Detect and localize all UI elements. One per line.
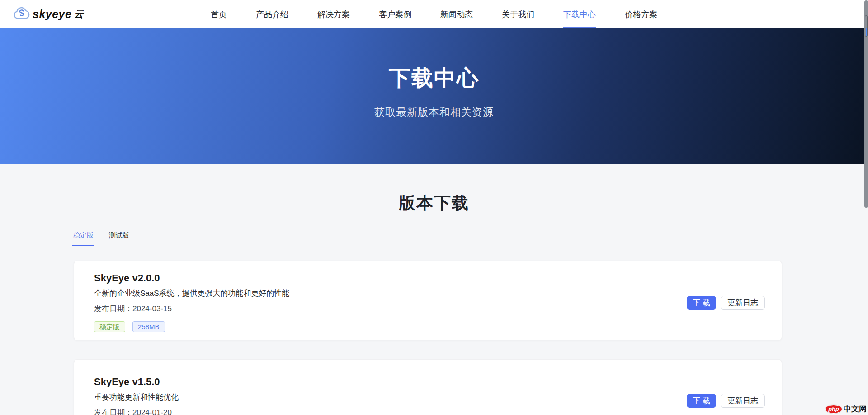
tab-beta[interactable]: 测试版 — [108, 227, 130, 246]
version-description: 重要功能更新和性能优化 — [94, 393, 687, 401]
hero-subtitle: 获取最新版本和相关资源 — [374, 105, 494, 119]
status-badge: 稳定版 — [94, 321, 125, 332]
php-logo-icon: php — [825, 405, 842, 414]
brand-suffix: 云 — [74, 8, 83, 20]
release-date: 发布日期：2024-01-20 — [94, 409, 687, 415]
download-button[interactable]: 下 载 — [687, 296, 716, 310]
release-date: 发布日期：2024-03-15 — [94, 305, 687, 312]
version-title: SkyEye v2.0.0 — [94, 273, 687, 283]
nav-item-home[interactable]: 首页 — [211, 0, 227, 28]
badge-row: 稳定版 258MB — [94, 321, 687, 332]
card-divider — [65, 346, 803, 346]
nav-item-pricing[interactable]: 价格方案 — [625, 0, 657, 28]
watermark-text: 中文网 — [844, 404, 867, 414]
download-card-v2: SkyEye v2.0.0 全新的企业级SaaS系统，提供更强大的功能和更好的性… — [74, 261, 782, 340]
download-card-info: SkyEye v1.5.0 重要功能更新和性能优化 发布日期：2024-01-2… — [94, 377, 687, 415]
scroll-progress-indicator — [865, 15, 868, 37]
section-title: 版本下载 — [0, 192, 868, 214]
site-watermark: php 中文网 — [825, 404, 867, 414]
brand-logo[interactable]: skyeye 云 — [12, 6, 83, 23]
filesize-badge: 258MB — [132, 321, 165, 332]
page-scrollbar — [864, 0, 868, 415]
nav-item-cases[interactable]: 客户案例 — [379, 0, 411, 28]
brand-name: skyeye — [33, 8, 71, 21]
nav-item-download-center[interactable]: 下载中心 — [563, 0, 596, 28]
downloads-container: 稳定版 测试版 SkyEye v2.0.0 全新的企业级SaaS系统，提供更强大… — [65, 227, 803, 415]
download-list: SkyEye v2.0.0 全新的企业级SaaS系统，提供更强大的功能和更好的性… — [65, 261, 803, 415]
changelog-button[interactable]: 更新日志 — [721, 296, 765, 310]
header: skyeye 云 首页 产品介绍 解决方案 客户案例 新闻动态 关于我们 下载中… — [0, 0, 868, 28]
card-actions: 下 载 更新日志 — [687, 296, 765, 310]
download-card-info: SkyEye v2.0.0 全新的企业级SaaS系统，提供更强大的功能和更好的性… — [94, 273, 687, 332]
download-button[interactable]: 下 载 — [687, 394, 716, 408]
scroll-progress-fill — [866, 28, 867, 36]
download-card-v15: SkyEye v1.5.0 重要功能更新和性能优化 发布日期：2024-01-2… — [74, 359, 782, 415]
nav-item-about[interactable]: 关于我们 — [502, 0, 534, 28]
main-content: 版本下载 稳定版 测试版 SkyEye v2.0.0 全新的企业级SaaS系统，… — [0, 164, 868, 415]
version-description: 全新的企业级SaaS系统，提供更强大的功能和更好的性能 — [94, 289, 687, 297]
cloud-logo-icon — [12, 6, 31, 23]
hero-banner: 下载中心 获取最新版本和相关资源 — [0, 28, 868, 164]
nav-item-products[interactable]: 产品介绍 — [256, 0, 288, 28]
nav-item-solutions[interactable]: 解决方案 — [317, 0, 350, 28]
changelog-button[interactable]: 更新日志 — [721, 394, 765, 408]
nav-item-news[interactable]: 新闻动态 — [440, 0, 473, 28]
version-title: SkyEye v1.5.0 — [94, 377, 687, 387]
scrollbar-thumb[interactable] — [864, 0, 868, 208]
hero-title: 下载中心 — [389, 64, 479, 93]
tab-stable[interactable]: 稳定版 — [72, 227, 94, 246]
version-tabs: 稳定版 测试版 — [72, 227, 792, 246]
card-actions: 下 载 更新日志 — [687, 394, 765, 408]
main-nav: 首页 产品介绍 解决方案 客户案例 新闻动态 关于我们 下载中心 价格方案 — [211, 0, 657, 28]
